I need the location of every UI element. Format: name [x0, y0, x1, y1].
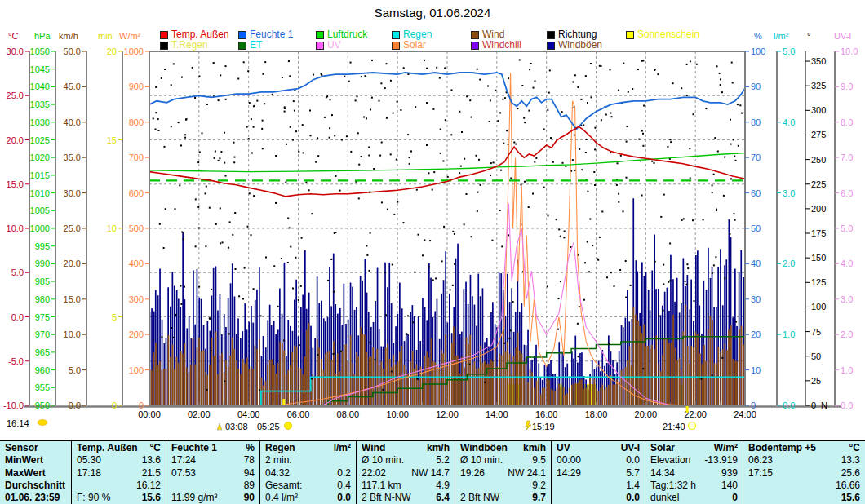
rect-shape [331, 360, 333, 405]
table-row: 06:2313.3 [743, 453, 865, 466]
cell-label: 14:34 [650, 467, 675, 479]
rect-shape [439, 77, 441, 79]
row-label-text: MaxWert [5, 467, 46, 479]
rect-shape [358, 197, 360, 199]
cell-label: 2 Bft N-NW [362, 492, 411, 503]
rect-shape [370, 232, 371, 234]
rect-shape [308, 189, 310, 191]
rect-shape [240, 374, 242, 405]
table-row: 04:320.2 [260, 466, 356, 479]
cell-value: 25.6 [838, 467, 860, 479]
rect-shape [201, 351, 202, 405]
rect-shape [412, 351, 414, 405]
rect-shape [561, 111, 563, 113]
rect-shape [444, 67, 446, 69]
rect-shape [548, 92, 550, 94]
rect-shape [209, 317, 211, 319]
rect-shape [691, 346, 693, 405]
rect-shape [400, 109, 401, 111]
rect-shape [714, 137, 716, 139]
cell-label: Tag:1:32 h [650, 480, 696, 491]
rect-shape [335, 175, 337, 177]
cell-value: 4.9 [432, 480, 450, 491]
rect-shape [262, 148, 264, 149]
x-tick-label: 10:00 [386, 409, 409, 419]
rect-shape [645, 346, 647, 405]
rect-shape [735, 160, 737, 161]
table-row: 16.66 [743, 479, 865, 491]
rect-shape [178, 363, 180, 405]
rect-shape [557, 329, 559, 330]
rect-shape [333, 353, 335, 355]
column-name: Feuchte 1 [171, 442, 217, 453]
rect-shape [436, 67, 437, 69]
rect-shape [397, 101, 398, 103]
rect-shape [410, 361, 411, 405]
rect-shape [685, 305, 686, 405]
rect-shape [503, 343, 505, 344]
rect-shape [175, 314, 177, 316]
rect-shape [564, 231, 566, 232]
x-tick-label: 14:00 [486, 409, 508, 419]
rect-shape [583, 389, 585, 405]
rect-shape [612, 385, 614, 405]
x-tick-label: 06:00 [287, 409, 310, 419]
rect-shape [304, 356, 306, 405]
table-row: 0.0 [552, 492, 645, 504]
rect-shape [224, 373, 225, 405]
rect-shape [442, 161, 444, 162]
rect-shape [717, 151, 719, 153]
column-name: Regen [265, 442, 295, 453]
rect-shape [286, 144, 287, 145]
rect-shape [390, 153, 392, 155]
rect-shape [499, 210, 501, 211]
rect-shape [426, 68, 428, 69]
axis-lm2: 5.04.03.02.01.00.0 [777, 46, 795, 410]
rect-shape [331, 114, 333, 116]
rect-shape [383, 369, 384, 405]
rect-shape [621, 370, 623, 405]
rect-shape [686, 64, 688, 65]
rect-shape [590, 63, 592, 64]
rect-shape [392, 264, 393, 266]
rect-shape [593, 171, 595, 173]
cell-label: 05:30 [77, 454, 101, 466]
axis-tick-label: 15.0 [64, 294, 81, 304]
axis-tick-label: 985 [35, 276, 50, 286]
rect-shape [618, 193, 619, 195]
table-row: 14:295.7 [552, 466, 645, 479]
rect-shape [390, 80, 392, 82]
weather-app-page: Samstag, 01.06.2024 Temp. AußenFeuchte 1… [0, 0, 865, 504]
rect-shape [171, 327, 172, 329]
cell-value: 0.0 [623, 454, 640, 466]
axis-tick-label: 3.0 [783, 188, 795, 198]
rect-shape [721, 91, 723, 93]
rect-shape [237, 78, 239, 80]
rect-shape [721, 357, 723, 359]
rect-shape [540, 394, 542, 405]
rect-shape [588, 271, 590, 272]
rect-shape [529, 69, 530, 70]
axis-tick-label: 20.0 [64, 259, 81, 268]
rect-shape [466, 193, 468, 195]
rect-shape [206, 104, 208, 105]
axis-celsius: 30.025.020.015.010.05.00.0-5.0-10.0 [3, 46, 29, 410]
rect-shape [642, 368, 644, 369]
axis-tick-label: 9.0 [841, 82, 853, 91]
rect-shape [219, 157, 220, 159]
axis-tick-label: 2.0 [783, 259, 795, 268]
rect-shape [287, 262, 289, 263]
rect-shape [659, 364, 660, 405]
rect-shape [357, 132, 359, 134]
rect-shape [324, 117, 326, 118]
x-tick-label: 24:00 [734, 409, 756, 419]
rect-shape [670, 141, 672, 143]
annotation-03-08: 03:08 [225, 422, 248, 431]
rect-shape [598, 391, 600, 405]
axis-tick-label: 4.0 [841, 259, 853, 268]
rect-shape [633, 307, 635, 405]
rect-shape [221, 353, 223, 405]
rect-shape [211, 289, 212, 290]
rect-shape [712, 272, 713, 274]
rect-shape [716, 209, 717, 210]
